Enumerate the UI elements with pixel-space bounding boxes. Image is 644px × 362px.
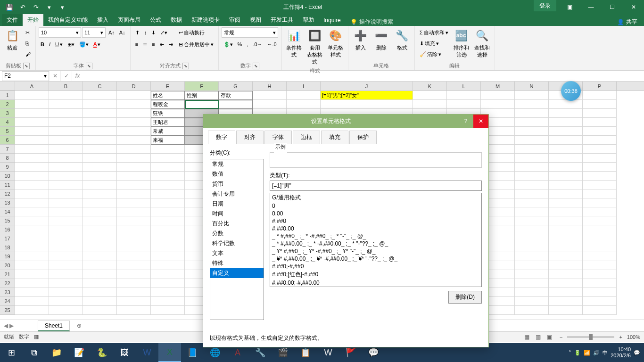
ribbon-options-icon[interactable]: ▣ <box>559 0 580 14</box>
cell-A10[interactable] <box>15 172 49 181</box>
cell-N10[interactable] <box>515 172 549 181</box>
cell-C25[interactable] <box>83 306 117 315</box>
cell-C22[interactable] <box>83 279 117 288</box>
underline-button[interactable]: U▾ <box>53 39 65 49</box>
cell-E17[interactable] <box>151 234 185 243</box>
cell-N19[interactable] <box>515 252 549 261</box>
font-launcher[interactable]: ⬊ <box>86 63 92 69</box>
tab-page-layout[interactable]: 页面布局 <box>113 14 145 26</box>
page-break-view-button[interactable]: ▣ <box>545 333 555 341</box>
cell-A19[interactable] <box>15 252 49 261</box>
zoom-out-button[interactable]: − <box>560 334 562 340</box>
cell-E1[interactable]: 姓名 <box>151 91 185 100</box>
cell-D17[interactable] <box>117 234 151 243</box>
cell-E18[interactable] <box>151 243 185 252</box>
cell-N5[interactable] <box>515 127 549 136</box>
cell-C19[interactable] <box>83 252 117 261</box>
cell-D3[interactable] <box>117 109 151 118</box>
cell-A13[interactable] <box>15 198 49 207</box>
cell-N18[interactable] <box>515 243 549 252</box>
minimize-icon[interactable]: — <box>580 0 602 14</box>
cell-E14[interactable] <box>151 207 185 216</box>
cell-B16[interactable] <box>49 225 83 234</box>
number-format-selector[interactable]: 常规▾ <box>222 27 278 38</box>
conditional-format-button[interactable]: 📊条件格式 <box>285 27 304 59</box>
col-header-H[interactable]: H <box>253 82 287 90</box>
cell-P17[interactable] <box>583 234 617 243</box>
cell-A16[interactable] <box>15 225 49 234</box>
cell-B2[interactable] <box>49 100 83 109</box>
tab-insert[interactable]: 插入 <box>92 14 113 26</box>
border-button[interactable]: ⊞▾ <box>66 39 76 49</box>
word-icon[interactable]: W <box>136 343 158 362</box>
cell-A11[interactable] <box>15 181 49 189</box>
cell-B1[interactable] <box>49 91 83 100</box>
cell-E16[interactable] <box>151 225 185 234</box>
category-item[interactable]: 文本 <box>210 248 264 258</box>
dlg-tab-protection[interactable]: 保护 <box>349 131 377 144</box>
cell-A18[interactable] <box>15 243 49 252</box>
cell-P1[interactable] <box>583 91 617 100</box>
cell-G2[interactable] <box>219 100 253 109</box>
cell-O12[interactable] <box>549 189 583 198</box>
cell-C6[interactable] <box>83 136 117 145</box>
cell-A3[interactable] <box>15 109 49 118</box>
cell-N13[interactable] <box>515 198 549 207</box>
format-item[interactable]: 0.00 <box>270 210 481 217</box>
tray-chevron-icon[interactable]: ˄ <box>569 350 571 356</box>
cell-P19[interactable] <box>583 252 617 261</box>
cell-P25[interactable] <box>583 306 617 315</box>
col-header-P[interactable]: P <box>583 82 617 90</box>
format-item[interactable]: _ ¥* #,##0.00_ ;_ ¥* -#,##0.00_ ;_ ¥* "-… <box>270 255 481 263</box>
cell-P16[interactable] <box>583 225 617 234</box>
cancel-formula-button[interactable]: ✕ <box>49 71 60 81</box>
dialog-close-button[interactable]: ✕ <box>473 115 488 128</box>
cell-E22[interactable] <box>151 279 185 288</box>
cell-D20[interactable] <box>117 261 151 270</box>
tray-network-icon[interactable]: 📶 <box>584 350 590 356</box>
cell-P13[interactable] <box>583 198 617 207</box>
cell-A6[interactable] <box>15 136 49 145</box>
cell-P15[interactable] <box>583 216 617 225</box>
cell-O9[interactable] <box>549 163 583 172</box>
cell-A14[interactable] <box>15 207 49 216</box>
cell-E11[interactable] <box>151 181 185 189</box>
cell-A12[interactable] <box>15 189 49 198</box>
delete-cells-button[interactable]: ➖删除 <box>372 27 391 52</box>
cell-N11[interactable] <box>515 181 549 189</box>
cell-M2[interactable] <box>481 100 515 109</box>
maximize-icon[interactable]: ☐ <box>602 0 623 14</box>
col-header-L[interactable]: L <box>447 82 481 90</box>
italic-button[interactable]: I <box>47 39 52 49</box>
cell-B15[interactable] <box>49 216 83 225</box>
qat-custom-icon[interactable]: ▾ <box>57 1 68 13</box>
cell-D19[interactable] <box>117 252 151 261</box>
cell-B4[interactable] <box>49 118 83 127</box>
cell-B7[interactable] <box>49 145 83 154</box>
cell-F2[interactable] <box>185 100 219 109</box>
cell-B19[interactable] <box>49 252 83 261</box>
cell-G1[interactable]: 存款 <box>219 91 253 100</box>
row-header-24[interactable]: 24 <box>0 297 15 306</box>
row-header-22[interactable]: 22 <box>0 279 15 288</box>
cell-B17[interactable] <box>49 234 83 243</box>
cell-O4[interactable] <box>549 118 583 127</box>
cell-C17[interactable] <box>83 234 117 243</box>
cell-A4[interactable] <box>15 118 49 127</box>
cell-O15[interactable] <box>549 216 583 225</box>
tray-battery-icon[interactable]: 🔋 <box>574 350 581 356</box>
cell-D9[interactable] <box>117 163 151 172</box>
cell-B6[interactable] <box>49 136 83 145</box>
cell-styles-button[interactable]: 🎨单元格样式 <box>326 27 345 59</box>
bold-button[interactable]: B <box>39 39 46 49</box>
cell-N2[interactable] <box>515 100 549 109</box>
cell-F1[interactable]: 性别 <box>185 91 219 100</box>
category-item[interactable]: 会计专用 <box>210 189 264 199</box>
row-header-21[interactable]: 21 <box>0 270 15 279</box>
cell-E12[interactable] <box>151 189 185 198</box>
qat-more-icon[interactable]: ▾ <box>43 1 55 13</box>
fill-color-button[interactable]: 🪣▾ <box>77 39 91 49</box>
normal-view-button[interactable]: ▦ <box>522 333 532 341</box>
format-item[interactable]: _ * #,##0_ ;_ * -#,##0_ ;_ * "-"_ ;_ @_ <box>270 232 481 240</box>
cell-B11[interactable] <box>49 181 83 189</box>
